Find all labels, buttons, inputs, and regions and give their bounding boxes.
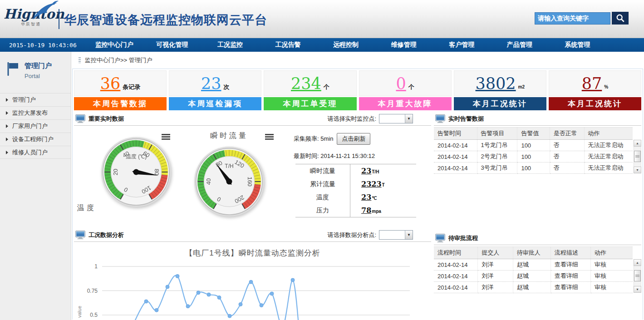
scrollbar-thumb[interactable] (634, 270, 641, 281)
stats-row: 36条记录本周告警数据23次本周巡检漏项234个本周工单受理0个本月重大故障38… (74, 70, 641, 110)
stat-card-4[interactable]: 0个本月重大故障 (359, 70, 452, 110)
table-cell[interactable]: 审核 (590, 282, 633, 293)
nav-item-7[interactable]: 客户管理 (433, 41, 491, 49)
reading-row: 瞬时流量23T/H (295, 164, 416, 177)
nav-item-3[interactable]: 工况监控 (201, 41, 259, 49)
scrollbar-track[interactable] (634, 147, 641, 167)
sidebar-item-label: 厂家用户门户 (12, 123, 48, 129)
gauge-title: 温度 (77, 204, 96, 212)
nav-item-4[interactable]: 工况告警 (259, 41, 317, 49)
reading-value: 2323 (361, 180, 382, 188)
sidebar-item-3[interactable]: 厂家用户门户 (0, 119, 71, 133)
nav-item-9[interactable]: 系统管理 (549, 41, 607, 49)
table-cell: 赵城 (513, 282, 551, 293)
gauge-block-temperature: 温度 020406080100温度 (℃) (74, 126, 177, 228)
svg-text:1: 1 (94, 263, 98, 270)
sidebar-item-4[interactable]: 设备工程师门户 (0, 133, 71, 146)
nav-item-1[interactable]: 监控中心门户 (85, 41, 143, 49)
monitor-icon (75, 114, 85, 123)
search-input[interactable] (535, 12, 610, 25)
stat-card-5[interactable]: 3802m2本月工况统计 (454, 70, 546, 110)
reading-row: 温度23℃ (295, 191, 416, 204)
table-row: 2014-02-14刘洋赵城查看详细审核 (434, 282, 633, 293)
scroll-up-button[interactable]: ▲ (634, 140, 641, 147)
refresh-button[interactable]: 点击刷新 (337, 133, 370, 145)
table-row: 2014-02-14刘洋赵城查看详细审核 (434, 271, 633, 282)
column-header: 告警时间 (434, 128, 477, 140)
scroll-down-button[interactable]: ▼ (634, 286, 641, 293)
hamburger-menu-icon[interactable] (265, 134, 274, 140)
scroll-down-button[interactable]: ▼ (634, 167, 641, 173)
table-row: 2014-02-141号龙门吊100否无法正常启动 (434, 140, 633, 151)
dashboard-content: 36条记录本周告警数据23次本周巡检漏项234个本周工单受理0个本月重大故障38… (72, 69, 643, 320)
stat-unit: % (604, 84, 608, 89)
svg-text:0.5: 0.5 (90, 312, 98, 318)
stat-card-3[interactable]: 234个本周工单受理 (264, 70, 356, 110)
latest-time-label: 最新时间: 2014-11-21 15:30:12 (294, 152, 427, 160)
approval-panel: 待审批流程 流程时间提交人待审批人流程描述动作2014-02-14刘洋赵城查看详… (434, 231, 641, 293)
stat-unit: 个 (324, 83, 329, 91)
approval-table-scrollbar: ▲ ▼ (634, 259, 641, 293)
table-cell: 2号龙门吊 (477, 151, 517, 162)
nav-item-6[interactable]: 维修管理 (375, 41, 433, 49)
caret-right-icon (6, 138, 8, 141)
stat-card-2[interactable]: 23次本周巡检漏项 (169, 70, 261, 110)
table-row: 2014-02-143号龙门吊100否无法正常启动 (434, 162, 633, 174)
flow-line-chart: 10.750.5value (74, 261, 428, 320)
stat-banner[interactable]: 本月工况统计 (454, 97, 546, 110)
readings-table: 瞬时流量23T/H累计流量2323T温度23℃压力78mpa (295, 164, 416, 217)
table-cell[interactable]: 查看详细 (551, 259, 590, 271)
table-cell[interactable]: 审核 (590, 271, 633, 282)
stat-card-top: 0个 (359, 70, 452, 96)
column-header: 流程描述 (551, 247, 590, 259)
search-button[interactable] (612, 12, 629, 25)
reading-name: 累计流量 (295, 177, 350, 191)
table-cell[interactable]: 查看详细 (551, 271, 590, 282)
reading-value: 23 (361, 167, 371, 175)
table-cell: 刘洋 (478, 259, 513, 271)
scrollbar-thumb[interactable] (634, 151, 641, 162)
table-cell: 100 (517, 140, 550, 151)
stat-card-top: 3802m2 (454, 70, 546, 96)
nav-item-2[interactable]: 可视化管理 (143, 41, 202, 49)
logo: Hignton 华辰智通 (4, 7, 58, 27)
analysis-point-select[interactable]: ▼ (379, 230, 413, 240)
stat-banner[interactable]: 本周巡检漏项 (169, 97, 261, 110)
column-header: 告警项目 (477, 128, 517, 140)
column-header: 流程时间 (434, 247, 478, 259)
scrollbar-track[interactable] (634, 266, 641, 286)
monitor-point-select[interactable]: ▼ (379, 114, 413, 123)
table-cell[interactable]: 审核 (590, 259, 633, 271)
stat-value[interactable]: 234 (291, 74, 321, 93)
table-header-row: 告警时间告警项目告警值是否正常动作 (434, 128, 633, 140)
caret-right-icon (6, 151, 8, 154)
nav-item-8[interactable]: 产品管理 (491, 41, 549, 49)
sidebar-item-5[interactable]: 维修人员门户 (0, 146, 71, 159)
stat-card-1[interactable]: 36条记录本周告警数据 (74, 70, 167, 110)
stat-banner[interactable]: 本周告警数据 (74, 97, 167, 110)
alarm-panel-title: 实时告警数据 (448, 115, 484, 123)
caret-right-icon (6, 124, 8, 128)
table-cell: 否 (550, 140, 584, 151)
table-cell: 2014-02-14 (434, 282, 478, 293)
stat-value[interactable]: 23 (201, 74, 221, 93)
stat-banner[interactable]: 本月工况统计 (549, 97, 641, 110)
sidebar-item-2[interactable]: 监控大屏发布 (0, 106, 71, 119)
sidebar-item-label: 设备工程师门户 (12, 136, 54, 143)
stat-value[interactable]: 36 (100, 74, 121, 93)
scroll-up-button[interactable]: ▲ (634, 259, 641, 266)
stat-banner[interactable]: 本月重大故障 (359, 97, 452, 110)
stat-value[interactable]: 3802 (476, 74, 516, 93)
temperature-gauge: 020406080100温度 (℃) (98, 134, 174, 210)
stat-value[interactable]: 87 (582, 74, 602, 93)
table-cell[interactable]: 查看详细 (551, 282, 590, 293)
stat-banner[interactable]: 本周工单受理 (264, 97, 356, 110)
table-header-row: 流程时间提交人待审批人流程描述动作 (434, 247, 633, 259)
stat-card-6[interactable]: 87%本月工况统计 (549, 70, 641, 110)
stat-value[interactable]: 0 (396, 74, 406, 93)
reading-value-cell: 23T/H (350, 164, 416, 177)
flow-gauge: 04080120160200T/H (191, 143, 267, 220)
sidebar-item-1[interactable]: 管理门户 (0, 93, 71, 106)
approval-panel-title: 待审批流程 (448, 234, 478, 242)
nav-item-5[interactable]: 远程控制 (317, 41, 375, 49)
